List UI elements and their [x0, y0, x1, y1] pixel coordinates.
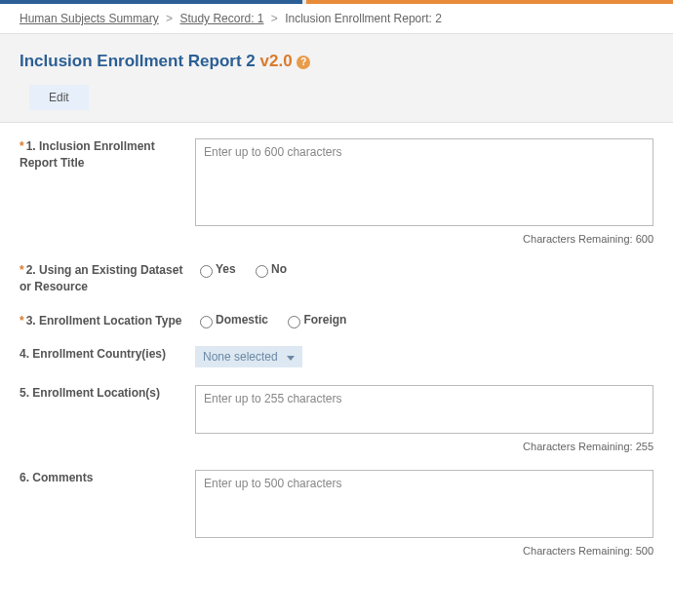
field-row-comments: 6. Comments Characters Remaining: 500 — [20, 470, 653, 557]
label-text: 4. Enrollment Country(ies) — [20, 347, 166, 361]
title-version: v2.0 — [260, 52, 293, 70]
edit-button[interactable]: Edit — [29, 85, 89, 110]
breadcrumb-current: Inclusion Enrollment Report: 2 — [285, 12, 442, 25]
radio-no-label[interactable]: No — [251, 262, 287, 276]
label-text: 1. Inclusion Enrollment Report Title — [20, 139, 155, 170]
field-label: *3. Enrollment Location Type — [20, 313, 195, 329]
dropdown-value: None selected — [203, 350, 278, 364]
radio-text: No — [271, 262, 287, 276]
char-remaining: Characters Remaining: 600 — [195, 233, 653, 245]
breadcrumb: Human Subjects Summary > Study Record: 1… — [0, 4, 673, 34]
country-dropdown[interactable]: None selected — [195, 346, 302, 367]
radio-yes[interactable] — [200, 265, 213, 278]
field-label: *2. Using an Existing Dataset or Resourc… — [20, 262, 195, 295]
form-area: *1. Inclusion Enrollment Report Title Ch… — [0, 123, 673, 590]
radio-no[interactable] — [256, 265, 268, 278]
radio-text: Foreign — [303, 313, 346, 327]
radio-foreign-label[interactable]: Foreign — [283, 313, 346, 327]
title-main: Inclusion Enrollment Report 2 — [20, 52, 256, 70]
field-label: 6. Comments — [20, 470, 195, 486]
locations-input[interactable] — [195, 385, 653, 434]
radio-yes-label[interactable]: Yes — [195, 262, 236, 276]
label-text: 5. Enrollment Location(s) — [20, 386, 160, 400]
breadcrumb-sep: > — [271, 12, 278, 25]
breadcrumb-link-summary[interactable]: Human Subjects Summary — [20, 12, 159, 25]
char-remaining: Characters Remaining: 500 — [195, 545, 653, 557]
page-title: Inclusion Enrollment Report 2 v2.0 ? — [20, 52, 653, 71]
report-title-input[interactable] — [195, 138, 653, 226]
help-icon[interactable]: ? — [297, 56, 310, 69]
radio-domestic-label[interactable]: Domestic — [195, 313, 268, 327]
field-row-title: *1. Inclusion Enrollment Report Title Ch… — [20, 138, 653, 245]
field-row-location-type: *3. Enrollment Location Type Domestic Fo… — [20, 313, 653, 329]
field-row-existing-dataset: *2. Using an Existing Dataset or Resourc… — [20, 262, 653, 295]
comments-input[interactable] — [195, 470, 653, 538]
chevron-down-icon — [287, 356, 295, 361]
required-marker: * — [20, 314, 24, 327]
field-label: *1. Inclusion Enrollment Report Title — [20, 138, 195, 172]
radio-domestic[interactable] — [200, 316, 213, 328]
required-marker: * — [20, 139, 24, 153]
label-text: 2. Using an Existing Dataset or Resource — [20, 263, 182, 293]
radio-text: Yes — [216, 262, 236, 276]
breadcrumb-sep: > — [166, 12, 173, 25]
field-label: 5. Enrollment Location(s) — [20, 385, 195, 402]
label-text: 3. Enrollment Location Type — [26, 314, 182, 327]
field-row-country: 4. Enrollment Country(ies) None selected — [20, 346, 653, 367]
label-text: 6. Comments — [20, 471, 93, 484]
radio-text: Domestic — [216, 313, 268, 327]
char-remaining: Characters Remaining: 255 — [195, 441, 653, 452]
field-label: 4. Enrollment Country(ies) — [20, 346, 195, 363]
breadcrumb-link-study[interactable]: Study Record: 1 — [179, 12, 263, 25]
radio-foreign[interactable] — [288, 316, 300, 328]
field-row-locations: 5. Enrollment Location(s) Characters Rem… — [20, 385, 653, 452]
header-region: Inclusion Enrollment Report 2 v2.0 ? Edi… — [0, 34, 673, 123]
required-marker: * — [20, 263, 24, 277]
